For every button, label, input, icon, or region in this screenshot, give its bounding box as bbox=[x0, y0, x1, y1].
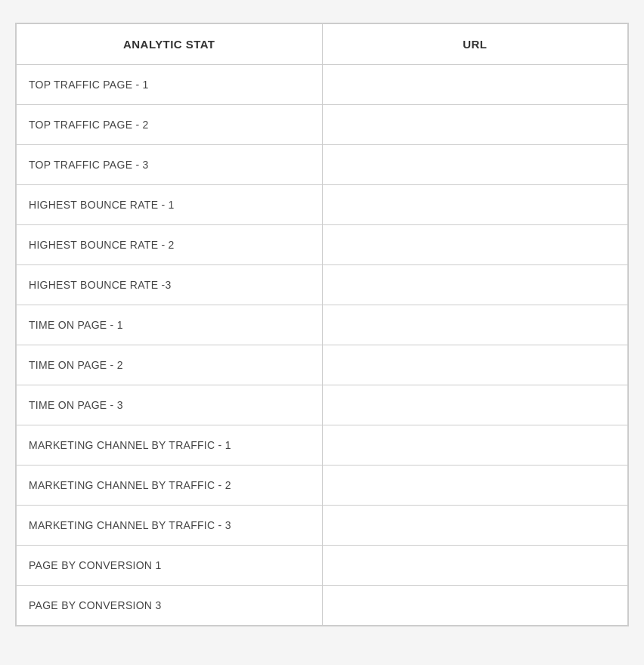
table-row: HIGHEST BOUNCE RATE -3 bbox=[17, 265, 628, 305]
url-cell[interactable] bbox=[322, 145, 628, 185]
table-row: TOP TRAFFIC PAGE - 2 bbox=[17, 105, 628, 145]
stat-cell: TOP TRAFFIC PAGE - 2 bbox=[17, 105, 323, 145]
stat-cell: MARKETING CHANNEL BY TRAFFIC - 2 bbox=[17, 466, 323, 506]
stat-cell: TIME ON PAGE - 3 bbox=[17, 385, 323, 425]
analytics-table: ANALYTIC STAT URL TOP TRAFFIC PAGE - 1TO… bbox=[16, 23, 628, 626]
header-analytic-stat: ANALYTIC STAT bbox=[17, 24, 323, 65]
table-row: MARKETING CHANNEL BY TRAFFIC - 1 bbox=[17, 425, 628, 466]
stat-cell: PAGE BY CONVERSION 3 bbox=[17, 586, 323, 626]
table-row: TIME ON PAGE - 2 bbox=[17, 345, 628, 385]
stat-cell: HIGHEST BOUNCE RATE - 2 bbox=[17, 225, 323, 265]
url-cell[interactable] bbox=[322, 385, 628, 425]
stat-cell: TIME ON PAGE - 2 bbox=[17, 345, 323, 385]
url-cell[interactable] bbox=[322, 65, 628, 105]
url-cell[interactable] bbox=[322, 425, 628, 466]
stat-cell: TIME ON PAGE - 1 bbox=[17, 305, 323, 345]
table-row: TOP TRAFFIC PAGE - 1 bbox=[17, 65, 628, 105]
url-cell[interactable] bbox=[322, 345, 628, 385]
header-url: URL bbox=[322, 24, 628, 65]
stat-cell: TOP TRAFFIC PAGE - 3 bbox=[17, 145, 323, 185]
url-cell[interactable] bbox=[322, 305, 628, 345]
stat-cell: MARKETING CHANNEL BY TRAFFIC - 3 bbox=[17, 506, 323, 546]
table-row: HIGHEST BOUNCE RATE - 2 bbox=[17, 225, 628, 265]
table-row: PAGE BY CONVERSION 1 bbox=[17, 546, 628, 586]
stat-cell: HIGHEST BOUNCE RATE - 1 bbox=[17, 185, 323, 225]
stat-cell: PAGE BY CONVERSION 1 bbox=[17, 546, 323, 586]
table-row: TIME ON PAGE - 1 bbox=[17, 305, 628, 345]
url-cell[interactable] bbox=[322, 586, 628, 626]
analytics-table-container: ANALYTIC STAT URL TOP TRAFFIC PAGE - 1TO… bbox=[15, 23, 629, 626]
table-row: HIGHEST BOUNCE RATE - 1 bbox=[17, 185, 628, 225]
url-cell[interactable] bbox=[322, 265, 628, 305]
table-row: PAGE BY CONVERSION 3 bbox=[17, 586, 628, 626]
url-cell[interactable] bbox=[322, 466, 628, 506]
url-cell[interactable] bbox=[322, 225, 628, 265]
stat-cell: MARKETING CHANNEL BY TRAFFIC - 1 bbox=[17, 425, 323, 466]
table-row: TIME ON PAGE - 3 bbox=[17, 385, 628, 425]
url-cell[interactable] bbox=[322, 506, 628, 546]
stat-cell: TOP TRAFFIC PAGE - 1 bbox=[17, 65, 323, 105]
url-cell[interactable] bbox=[322, 105, 628, 145]
url-cell[interactable] bbox=[322, 546, 628, 586]
table-row: TOP TRAFFIC PAGE - 3 bbox=[17, 145, 628, 185]
table-row: MARKETING CHANNEL BY TRAFFIC - 3 bbox=[17, 506, 628, 546]
stat-cell: HIGHEST BOUNCE RATE -3 bbox=[17, 265, 323, 305]
table-header-row: ANALYTIC STAT URL bbox=[17, 24, 628, 65]
url-cell[interactable] bbox=[322, 185, 628, 225]
table-row: MARKETING CHANNEL BY TRAFFIC - 2 bbox=[17, 466, 628, 506]
